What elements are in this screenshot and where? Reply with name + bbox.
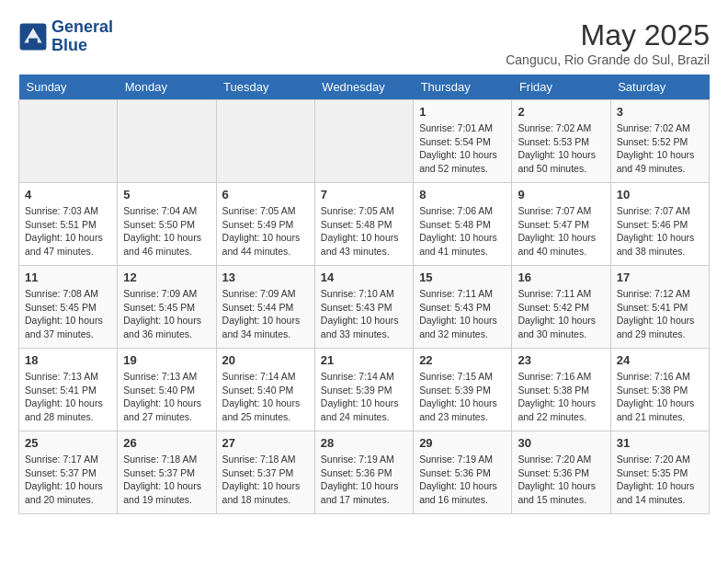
day-number: 13 [222, 270, 309, 284]
day-number: 12 [123, 270, 210, 284]
day-info: Sunrise: 7:17 AM Sunset: 5:37 PM Dayligh… [25, 453, 111, 507]
calendar-week-3: 11Sunrise: 7:08 AM Sunset: 5:45 PM Dayli… [19, 266, 710, 349]
calendar-week-5: 25Sunrise: 7:17 AM Sunset: 5:37 PM Dayli… [19, 431, 710, 514]
page-header: General Blue May 2025 Cangucu, Rio Grand… [18, 18, 710, 67]
day-info: Sunrise: 7:14 AM Sunset: 5:39 PM Dayligh… [321, 370, 407, 424]
day-number: 19 [123, 353, 210, 367]
calendar-cell: 10Sunrise: 7:07 AM Sunset: 5:46 PM Dayli… [610, 183, 709, 266]
day-number: 5 [123, 188, 210, 201]
day-info: Sunrise: 7:01 AM Sunset: 5:54 PM Dayligh… [419, 121, 506, 176]
header-wednesday: Wednesday [314, 75, 413, 100]
calendar-cell [216, 100, 314, 183]
day-info: Sunrise: 7:16 AM Sunset: 5:38 PM Dayligh… [617, 370, 703, 424]
day-number: 1 [419, 105, 506, 119]
calendar-cell: 17Sunrise: 7:12 AM Sunset: 5:41 PM Dayli… [610, 266, 709, 349]
calendar-week-2: 4Sunrise: 7:03 AM Sunset: 5:51 PM Daylig… [19, 183, 710, 266]
day-info: Sunrise: 7:12 AM Sunset: 5:41 PM Dayligh… [617, 287, 703, 341]
calendar-cell: 8Sunrise: 7:06 AM Sunset: 5:48 PM Daylig… [414, 183, 512, 266]
day-number: 15 [419, 270, 506, 284]
calendar-cell: 28Sunrise: 7:19 AM Sunset: 5:36 PM Dayli… [314, 431, 413, 514]
day-info: Sunrise: 7:13 AM Sunset: 5:40 PM Dayligh… [123, 370, 210, 424]
calendar-cell: 25Sunrise: 7:17 AM Sunset: 5:37 PM Dayli… [19, 431, 118, 514]
day-info: Sunrise: 7:02 AM Sunset: 5:53 PM Dayligh… [518, 121, 604, 176]
day-info: Sunrise: 7:18 AM Sunset: 5:37 PM Dayligh… [222, 453, 309, 507]
calendar-week-4: 18Sunrise: 7:13 AM Sunset: 5:41 PM Dayli… [19, 349, 710, 431]
day-info: Sunrise: 7:02 AM Sunset: 5:52 PM Dayligh… [617, 121, 703, 176]
calendar-cell: 27Sunrise: 7:18 AM Sunset: 5:37 PM Dayli… [216, 431, 314, 514]
calendar-cell: 12Sunrise: 7:09 AM Sunset: 5:45 PM Dayli… [118, 266, 216, 349]
calendar-cell: 7Sunrise: 7:05 AM Sunset: 5:48 PM Daylig… [314, 183, 413, 266]
day-number: 24 [617, 353, 703, 367]
day-info: Sunrise: 7:07 AM Sunset: 5:47 PM Dayligh… [518, 204, 604, 259]
day-number: 16 [518, 270, 604, 284]
title-block: May 2025 Cangucu, Rio Grande do Sul, Bra… [506, 18, 710, 67]
day-number: 21 [321, 353, 407, 367]
calendar-cell: 16Sunrise: 7:11 AM Sunset: 5:42 PM Dayli… [512, 266, 610, 349]
day-info: Sunrise: 7:19 AM Sunset: 5:36 PM Dayligh… [321, 453, 407, 507]
day-number: 30 [518, 436, 604, 450]
calendar-cell: 6Sunrise: 7:05 AM Sunset: 5:49 PM Daylig… [216, 183, 314, 266]
day-info: Sunrise: 7:03 AM Sunset: 5:51 PM Dayligh… [25, 204, 111, 259]
calendar-cell: 5Sunrise: 7:04 AM Sunset: 5:50 PM Daylig… [118, 183, 216, 266]
calendar-cell: 19Sunrise: 7:13 AM Sunset: 5:40 PM Dayli… [118, 349, 216, 431]
logo-line1: General [51, 18, 113, 37]
day-number: 28 [321, 436, 407, 450]
calendar-cell: 23Sunrise: 7:16 AM Sunset: 5:38 PM Dayli… [512, 349, 610, 431]
day-info: Sunrise: 7:18 AM Sunset: 5:37 PM Dayligh… [123, 453, 210, 507]
header-friday: Friday [512, 75, 610, 100]
day-number: 17 [617, 270, 703, 284]
day-number: 18 [25, 353, 111, 367]
day-number: 23 [518, 353, 604, 367]
svg-rect-2 [28, 38, 38, 43]
location: Cangucu, Rio Grande do Sul, Brazil [506, 52, 710, 67]
day-info: Sunrise: 7:11 AM Sunset: 5:42 PM Dayligh… [518, 287, 604, 341]
day-info: Sunrise: 7:05 AM Sunset: 5:48 PM Dayligh… [321, 204, 407, 259]
calendar-week-1: 1Sunrise: 7:01 AM Sunset: 5:54 PM Daylig… [19, 100, 710, 183]
day-info: Sunrise: 7:10 AM Sunset: 5:43 PM Dayligh… [321, 287, 407, 341]
header-tuesday: Tuesday [216, 75, 314, 100]
calendar-cell: 29Sunrise: 7:19 AM Sunset: 5:36 PM Dayli… [414, 431, 512, 514]
day-info: Sunrise: 7:11 AM Sunset: 5:43 PM Dayligh… [419, 287, 506, 341]
day-info: Sunrise: 7:20 AM Sunset: 5:36 PM Dayligh… [518, 453, 604, 507]
day-info: Sunrise: 7:13 AM Sunset: 5:41 PM Dayligh… [25, 370, 111, 424]
day-number: 27 [222, 436, 309, 450]
day-number: 22 [419, 353, 506, 367]
day-info: Sunrise: 7:19 AM Sunset: 5:36 PM Dayligh… [419, 453, 506, 507]
logo-text: General Blue [51, 18, 113, 55]
day-info: Sunrise: 7:09 AM Sunset: 5:45 PM Dayligh… [123, 287, 210, 341]
day-info: Sunrise: 7:15 AM Sunset: 5:39 PM Dayligh… [419, 370, 506, 424]
day-number: 7 [321, 188, 407, 201]
day-number: 25 [25, 436, 111, 450]
day-number: 31 [617, 436, 703, 450]
header-sunday: Sunday [19, 75, 118, 100]
calendar-cell: 14Sunrise: 7:10 AM Sunset: 5:43 PM Dayli… [314, 266, 413, 349]
logo: General Blue [18, 18, 113, 55]
day-number: 3 [617, 105, 703, 119]
calendar-cell: 1Sunrise: 7:01 AM Sunset: 5:54 PM Daylig… [414, 100, 512, 183]
day-info: Sunrise: 7:14 AM Sunset: 5:40 PM Dayligh… [222, 370, 309, 424]
day-number: 26 [123, 436, 210, 450]
calendar-cell [314, 100, 413, 183]
day-info: Sunrise: 7:07 AM Sunset: 5:46 PM Dayligh… [617, 204, 703, 259]
month-title: May 2025 [506, 18, 710, 52]
day-number: 2 [518, 105, 604, 119]
calendar-cell: 11Sunrise: 7:08 AM Sunset: 5:45 PM Dayli… [19, 266, 118, 349]
day-info: Sunrise: 7:05 AM Sunset: 5:49 PM Dayligh… [222, 204, 309, 259]
day-info: Sunrise: 7:06 AM Sunset: 5:48 PM Dayligh… [419, 204, 506, 259]
calendar-cell: 13Sunrise: 7:09 AM Sunset: 5:44 PM Dayli… [216, 266, 314, 349]
calendar-cell: 18Sunrise: 7:13 AM Sunset: 5:41 PM Dayli… [19, 349, 118, 431]
day-number: 20 [222, 353, 309, 367]
day-number: 11 [25, 270, 111, 284]
day-number: 8 [419, 188, 506, 201]
day-info: Sunrise: 7:04 AM Sunset: 5:50 PM Dayligh… [123, 204, 210, 259]
day-number: 29 [419, 436, 506, 450]
calendar-cell: 22Sunrise: 7:15 AM Sunset: 5:39 PM Dayli… [414, 349, 512, 431]
calendar-header-row: SundayMondayTuesdayWednesdayThursdayFrid… [19, 75, 710, 100]
day-number: 10 [617, 188, 703, 201]
calendar-cell: 21Sunrise: 7:14 AM Sunset: 5:39 PM Dayli… [314, 349, 413, 431]
header-saturday: Saturday [610, 75, 709, 100]
calendar-cell: 20Sunrise: 7:14 AM Sunset: 5:40 PM Dayli… [216, 349, 314, 431]
calendar-cell: 15Sunrise: 7:11 AM Sunset: 5:43 PM Dayli… [414, 266, 512, 349]
calendar-cell [118, 100, 216, 183]
day-info: Sunrise: 7:08 AM Sunset: 5:45 PM Dayligh… [25, 287, 111, 341]
